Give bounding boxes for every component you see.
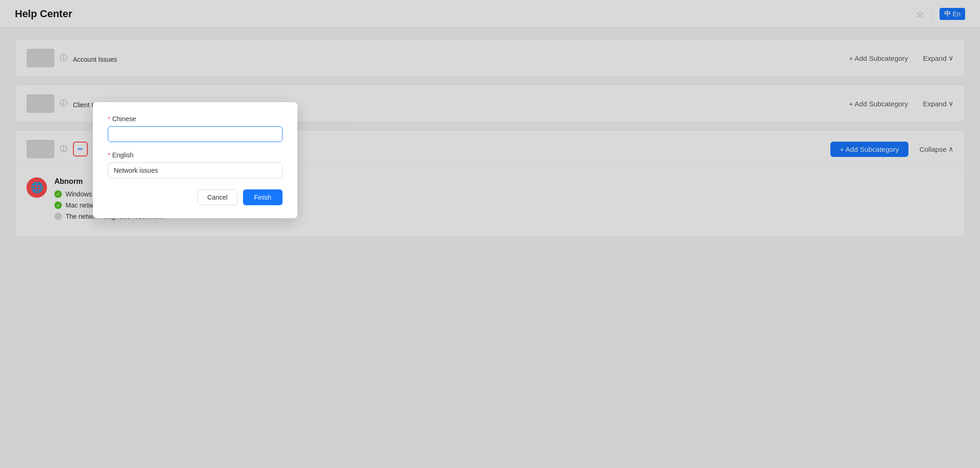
chinese-required-star: *	[108, 115, 110, 123]
chinese-input[interactable]	[108, 126, 283, 142]
english-input[interactable]	[108, 162, 283, 178]
english-label: * English	[108, 151, 283, 159]
cancel-button[interactable]: Cancel	[197, 189, 237, 205]
modal-overlay: * Chinese * English Cancel Finish	[0, 0, 980, 468]
chinese-label: * Chinese	[108, 115, 283, 123]
chinese-field-label: Chinese	[112, 115, 136, 123]
english-field-label: English	[112, 151, 133, 159]
chinese-form-group: * Chinese	[108, 115, 283, 142]
english-required-star: *	[108, 151, 110, 159]
finish-button[interactable]: Finish	[243, 189, 283, 205]
english-form-group: * English	[108, 151, 283, 178]
edit-category-modal: * Chinese * English Cancel Finish	[93, 102, 297, 218]
modal-actions: Cancel Finish	[108, 189, 283, 205]
